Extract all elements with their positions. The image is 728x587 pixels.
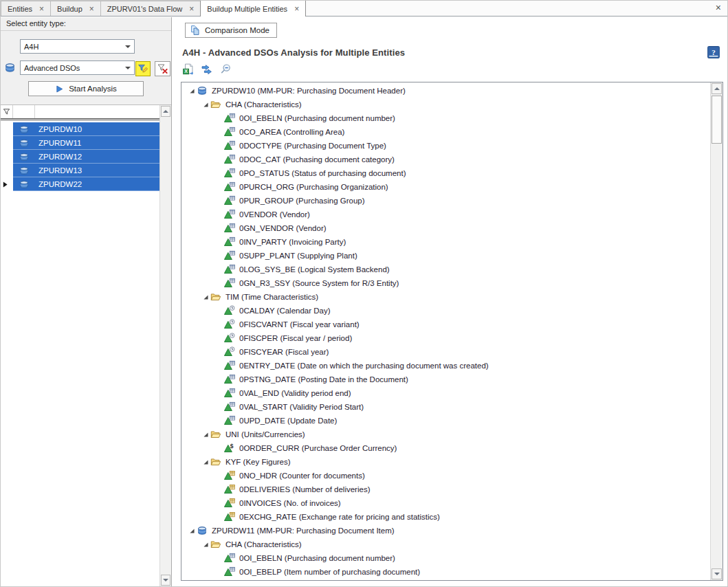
characteristic-icon <box>224 126 235 137</box>
system-dropdown[interactable]: A4H <box>20 39 135 54</box>
tree-item[interactable]: KYF (Key Figures) <box>181 455 710 469</box>
tree-item[interactable]: 0DOCTYPE (Purchasing Document Type) <box>181 139 710 153</box>
tab-close-icon[interactable]: × <box>294 5 299 12</box>
entity-row[interactable]: ZPURDW10 <box>1 122 159 136</box>
tree-item[interactable]: CHA (Characteristics) <box>181 98 710 111</box>
scrollbar-thumb[interactable] <box>712 96 722 144</box>
tree-item[interactable]: 0INVOICES (No. of invoices) <box>181 496 710 510</box>
tree-item[interactable]: 0VENDOR (Vendor) <box>181 208 710 221</box>
tree-item[interactable]: 0PUR_GROUP (Purchasing Group) <box>181 194 710 208</box>
tree-item[interactable]: CHA (Characteristics) <box>181 538 710 551</box>
tree-item[interactable]: TIM (Time Characteristics) <box>181 290 710 304</box>
expander-expanded-icon[interactable] <box>187 87 197 94</box>
tree-item-label: 0VENDOR (Vendor) <box>239 210 310 219</box>
tree-item[interactable]: 0CALDAY (Calendar Day) <box>181 304 710 318</box>
funnel-icon[interactable] <box>1 105 13 118</box>
tab-buildup-multiple-entities[interactable]: Buildup Multiple Entities× <box>200 0 306 16</box>
tree-item[interactable]: 0INV_PARTY (Invoicing Party) <box>181 235 710 249</box>
tree-item[interactable]: 0EXCHG_RATE (Exchange rate for pricing a… <box>181 510 710 524</box>
scroll-down-icon[interactable] <box>161 575 170 586</box>
expander-expanded-icon[interactable] <box>201 294 210 300</box>
adso-icon <box>19 138 30 148</box>
tree-item[interactable]: UNI (Units/Currencies) <box>181 428 710 441</box>
comparison-mode-button[interactable]: Comparison Mode <box>185 23 277 38</box>
scroll-down-icon[interactable] <box>712 568 722 579</box>
tab-buildup[interactable]: Buildup× <box>50 1 101 16</box>
expander-expanded-icon[interactable] <box>201 431 210 438</box>
tree-item[interactable]: 0DOC_CAT (Puchasing document category) <box>181 153 710 166</box>
analysis-panel: Comparison Mode A4H - Advanced DSOs Anal… <box>173 17 727 586</box>
tree-item[interactable]: 0VAL_START (Validity Period Start) <box>181 400 710 414</box>
tree-scrollbar[interactable] <box>710 82 723 580</box>
tab-zpurv01-s-data-flow[interactable]: ZPURV01's Data Flow× <box>100 1 201 16</box>
tree-item-label: 0DOCTYPE (Purchasing Document Type) <box>239 142 386 150</box>
expander-spacer <box>214 403 224 410</box>
copy-pages-icon <box>190 25 201 36</box>
filter-clear-button[interactable] <box>155 61 170 76</box>
tab-label: Entities <box>8 5 32 13</box>
tab-bar: Entities×Buildup×ZPURV01's Data Flow×Bui… <box>1 1 727 16</box>
tree-item[interactable]: 0NO_HDR (Counter for documents) <box>181 469 710 483</box>
row-selector-cell <box>1 136 13 150</box>
tree-item[interactable]: 0GN_R3_SSY (Source System for R/3 Entity… <box>181 276 710 290</box>
export-excel-icon[interactable]: X <box>181 63 195 76</box>
filter-edit-button[interactable] <box>135 61 151 76</box>
tree-item[interactable]: 0FISCVARNT (Fiscal year variant) <box>181 318 710 331</box>
tree-item-label: 0PURCH_ORG (Purchasing Organization) <box>239 183 388 191</box>
row-selector-cell <box>1 177 13 191</box>
expander-expanded-icon[interactable] <box>201 458 210 465</box>
tree-item-label: 0DOC_CAT (Puchasing document category) <box>239 155 395 164</box>
entity-type-dropdown[interactable]: Advanced DSOs <box>20 60 135 75</box>
expander-expanded-icon[interactable] <box>187 527 197 534</box>
tree-item[interactable]: 0FISCYEAR (Fiscal year) <box>181 345 710 359</box>
characteristic-icon <box>224 553 235 564</box>
entity-list-scrollbar[interactable] <box>159 105 171 586</box>
help-icon[interactable]: ? <box>707 46 720 58</box>
tab-entities[interactable]: Entities× <box>1 1 51 16</box>
tree-item[interactable]: ZPURDW11 (MM-PUR: Purchasing Document It… <box>181 524 710 538</box>
zoom-out-icon[interactable] <box>219 63 232 76</box>
unit-icon: $ <box>224 443 235 454</box>
expander-spacer <box>214 348 224 355</box>
tree-item[interactable]: 0GN_VENDOR (Vendor) <box>181 221 710 235</box>
entity-row[interactable]: ZPURDW11 <box>1 136 159 150</box>
tree-item-label: 0FISCVARNT (Fiscal year variant) <box>239 320 360 329</box>
tree-item[interactable]: 0FISCPER (Fiscal year / period) <box>181 331 710 345</box>
entity-row[interactable]: ZPURDW12 <box>1 150 159 164</box>
tree-item[interactable]: 0PO_STATUS (Status of purchasing documen… <box>181 166 710 180</box>
transfer-arrows-icon[interactable] <box>200 63 214 76</box>
tab-close-icon[interactable]: × <box>39 5 44 12</box>
scroll-up-icon[interactable] <box>161 106 170 117</box>
tree-item[interactable]: 0OI_EBELN (Purchasing document number) <box>181 111 710 125</box>
entity-row[interactable]: ZPURDW22 <box>1 177 159 191</box>
tree-item-label: 0UPD_DATE (Update Date) <box>239 417 337 425</box>
entity-row[interactable]: ZPURDW13 <box>1 164 159 177</box>
tree-item[interactable]: 0ENTRY_DATE (Date on which the purchasin… <box>181 359 710 373</box>
tree-item[interactable]: $0ORDER_CURR (Purchase Order Currency) <box>181 441 710 455</box>
tree-item[interactable]: 0SUPP_PLANT (Supplying Plant) <box>181 249 710 263</box>
tab-close-icon[interactable]: × <box>189 5 194 12</box>
tree-item[interactable]: 0PURCH_ORG (Purchasing Organization) <box>181 180 710 194</box>
expander-expanded-icon[interactable] <box>201 541 210 548</box>
tree-item[interactable]: 0PSTNG_DATE (Posting Date in the Documen… <box>181 373 710 386</box>
tree-item[interactable]: 0VAL_END (Validity period end) <box>181 386 710 400</box>
characteristic-icon <box>224 401 235 412</box>
tree-item-label: 0LOG_SYS_BE (Logical System Backend) <box>239 265 390 274</box>
characteristic-icon <box>224 154 235 165</box>
expander-spacer <box>214 184 224 190</box>
tree-item[interactable]: ZPURDW10 (MM-PUR: Purchasing Document He… <box>181 84 710 98</box>
characteristic-icon <box>224 278 235 289</box>
tabbar-close-icon[interactable]: × <box>716 2 727 14</box>
tree-item[interactable]: 0LOG_SYS_BE (Logical System Backend) <box>181 263 710 276</box>
expander-expanded-icon[interactable] <box>201 101 210 108</box>
characteristic-icon <box>224 374 235 385</box>
tree-item[interactable]: 0OI_EBELN (Purchasing document number) <box>181 551 710 565</box>
start-analysis-button[interactable]: Start Analysis <box>28 81 144 96</box>
tab-close-icon[interactable]: × <box>89 5 94 12</box>
scroll-up-icon[interactable] <box>712 83 722 94</box>
tree-item[interactable]: 0DELIVERIES (Number of deliveries) <box>181 483 710 496</box>
tree-item[interactable]: 0UPD_DATE (Update Date) <box>181 414 710 428</box>
tree-item[interactable]: 0CO_AREA (Controlling Area) <box>181 125 710 139</box>
play-icon <box>55 85 64 93</box>
tree-item[interactable]: 0OI_EBELP (Item number of purchasing doc… <box>181 565 710 579</box>
